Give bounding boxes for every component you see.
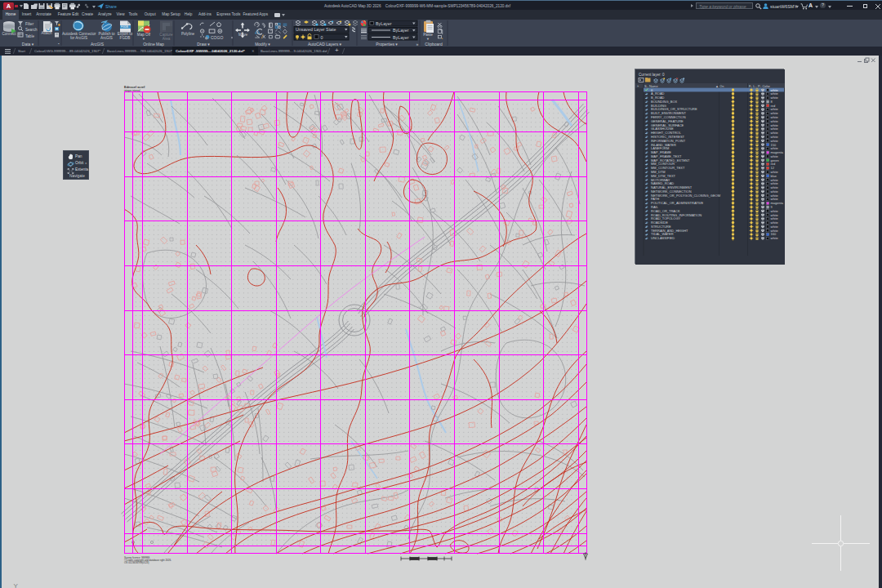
svg-text:NETWORK_OR_POLYGON_CLOSING_GEO: NETWORK_OR_POLYGON_CLOSING_GEOM [651, 194, 720, 198]
svg-text:▲ On: ▲ On [715, 84, 724, 88]
svg-text:Y: Y [14, 582, 19, 588]
svg-text:POLITICAL_OR_ADMINISTRATIVE: POLITICAL_OR_ADMINISTRATIVE [651, 201, 703, 205]
svg-text:F.. L.. P.. Color: F.. L.. P.. Color [749, 84, 771, 88]
svg-text:white: white [771, 236, 779, 240]
svg-text:OS 0123456789(0123): OS 0123456789(0123) [124, 561, 149, 564]
svg-text:Current layer: 0: Current layer: 0 [639, 73, 665, 77]
svg-text:magenta: magenta [771, 201, 784, 205]
svg-text:integer interval: integer interval [124, 89, 140, 92]
svg-text:UNCLASSIFIED: UNCLASSIFIED [651, 236, 675, 240]
